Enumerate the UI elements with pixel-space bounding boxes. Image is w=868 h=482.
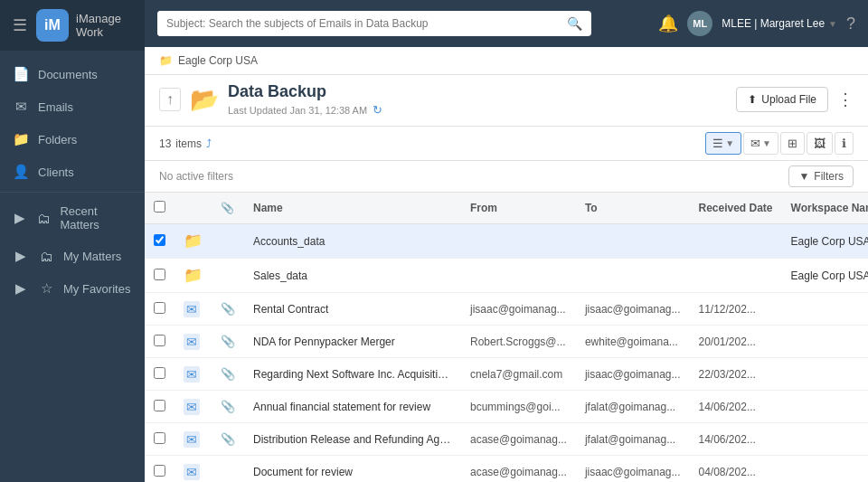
row-date: 04/08/202... xyxy=(690,456,782,483)
row-type-cell: 📁 xyxy=(175,259,212,293)
attachment-icon: 📎 xyxy=(221,367,235,381)
row-checkbox[interactable] xyxy=(154,269,165,280)
row-workspace xyxy=(782,391,868,423)
upload-button[interactable]: ⬆ Upload File xyxy=(736,87,828,112)
table-row: 📁 Accounts_data Eagle Corp USA ⋮ xyxy=(145,224,868,259)
attachment-icon: 📎 xyxy=(221,432,235,446)
row-date: 22/03/202... xyxy=(690,358,782,391)
my-matters-icon: 🗂 xyxy=(38,249,54,264)
row-workspace xyxy=(782,456,868,483)
row-checkbox-cell xyxy=(145,224,175,259)
col-to-header[interactable]: To xyxy=(576,193,690,224)
table-row: ✉ 📎 Annual financial statement for revie… xyxy=(145,391,868,423)
row-workspace: Eagle Corp USA xyxy=(782,224,868,259)
filter-label: Filters xyxy=(814,170,844,183)
row-workspace xyxy=(782,293,868,326)
sidebar-item-clients[interactable]: 👤 Clients xyxy=(0,156,145,188)
topbar: 🔍 🔔 ML MLEE | Margaret Lee ▼ ? xyxy=(145,0,868,47)
my-favorites-expand-icon: ▶ xyxy=(13,280,29,297)
view-list-button[interactable]: ☰ ▼ xyxy=(705,132,741,155)
sidebar-item-label: Emails xyxy=(38,100,73,114)
row-checkbox[interactable] xyxy=(154,234,165,246)
topbar-right: 🔔 ML MLEE | Margaret Lee ▼ ? xyxy=(658,11,855,36)
sidebar-item-label: Clients xyxy=(38,165,74,179)
table-row: ✉ 📎 Distribution Release and Refunding A… xyxy=(145,423,868,456)
row-checkbox[interactable] xyxy=(154,302,165,314)
hamburger-menu[interactable]: ☰ xyxy=(11,14,29,37)
logo-icon: iM xyxy=(36,9,69,42)
user-name: MLEE | Margaret Lee xyxy=(722,17,825,30)
help-icon[interactable]: ? xyxy=(846,14,855,33)
row-checkbox-cell xyxy=(145,293,175,326)
email-icon: ✉ xyxy=(184,464,200,480)
refresh-icon[interactable]: ↻ xyxy=(373,103,382,117)
sidebar-item-folders[interactable]: 📁 Folders xyxy=(0,123,145,156)
email-icon: ✉ xyxy=(184,431,200,448)
row-to: jfalat@goimanag... xyxy=(576,423,690,456)
file-table: 📎 Name From To Received Date Workspace N… xyxy=(145,193,868,482)
row-to: jisaac@goimanag... xyxy=(576,358,690,391)
item-count: 13 items ⤴ xyxy=(159,137,212,150)
sidebar-item-my-matters[interactable]: ▶ 🗂 My Matters xyxy=(0,240,145,272)
filters-button[interactable]: ▼ Filters xyxy=(788,165,854,187)
email-icon: ✉ xyxy=(184,301,200,317)
row-to: ewhite@goimana... xyxy=(576,326,690,358)
row-checkbox[interactable] xyxy=(154,432,165,444)
col-date-header[interactable]: Received Date xyxy=(690,193,782,224)
workspace-header-left: ↑ 📂 Data Backup Last Updated Jan 31, 12:… xyxy=(159,82,382,117)
view-image-button[interactable]: 🖼 xyxy=(807,132,833,155)
sidebar-item-label: Recent Matters xyxy=(60,204,132,232)
view-grid-button[interactable]: ⊞ xyxy=(780,132,805,155)
row-to: jfalat@goimanag... xyxy=(576,391,690,423)
select-all-checkbox[interactable] xyxy=(154,201,165,213)
row-checkbox-cell xyxy=(145,423,175,456)
attachment-icon: 📎 xyxy=(221,400,235,413)
row-workspace xyxy=(782,326,868,358)
search-button[interactable]: 🔍 xyxy=(558,11,591,36)
main-area: 🔍 🔔 ML MLEE | Margaret Lee ▼ ? 📁 Eagle C… xyxy=(145,0,868,482)
row-date: 14/06/202... xyxy=(690,423,782,456)
info-button[interactable]: ℹ xyxy=(835,132,854,155)
sidebar-item-emails[interactable]: ✉ Emails xyxy=(0,90,145,123)
view-email-button[interactable]: ✉ ▼ xyxy=(743,132,778,155)
export-icon[interactable]: ⤴ xyxy=(206,137,212,150)
row-checkbox[interactable] xyxy=(154,335,165,346)
row-checkbox[interactable] xyxy=(154,465,165,477)
attachment-icon: 📎 xyxy=(221,302,235,316)
row-name: Distribution Release and Refunding Agre.… xyxy=(244,423,461,456)
filter-icon: ▼ xyxy=(798,170,809,183)
attachment-icon: 📎 xyxy=(221,335,235,348)
col-from-header[interactable]: From xyxy=(461,193,576,224)
col-workspace-header[interactable]: Workspace Name xyxy=(782,193,868,224)
folder-icon: 📁 xyxy=(184,267,203,284)
sidebar-item-documents[interactable]: 📄 Documents xyxy=(0,58,145,90)
col-type-icon xyxy=(175,193,212,224)
workspace-more-button[interactable]: ⋮ xyxy=(837,90,854,109)
search-input[interactable] xyxy=(157,11,558,36)
workspace-header-right: ⬆ Upload File ⋮ xyxy=(736,87,854,112)
row-attach-cell: 📎 xyxy=(212,423,244,456)
bell-icon[interactable]: 🔔 xyxy=(658,14,678,33)
back-button[interactable]: ↑ xyxy=(159,88,181,111)
row-attach-cell xyxy=(212,224,244,259)
col-name-header[interactable]: Name xyxy=(244,193,461,224)
table-row: ✉ 📎 Regarding Next Software Inc. Acquisi… xyxy=(145,358,868,391)
row-name: NDA for Pennypacker Merger xyxy=(244,326,461,358)
logo-name: iManage xyxy=(76,12,121,25)
row-from: jisaac@goimanag... xyxy=(461,293,576,326)
sidebar-item-my-favorites[interactable]: ▶ ☆ My Favorites xyxy=(0,272,145,305)
user-menu-chevron[interactable]: ▼ xyxy=(828,19,837,29)
sidebar-item-recent-matters[interactable]: ▶ 🗂 Recent Matters xyxy=(0,196,145,240)
workspace-updated: Last Updated Jan 31, 12:38 AM xyxy=(228,105,367,116)
row-name: Regarding Next Software Inc. Acquisition… xyxy=(244,358,461,391)
row-workspace: Eagle Corp USA xyxy=(782,259,868,293)
row-attach-cell: 📎 xyxy=(212,293,244,326)
row-attach-cell: 📎 xyxy=(212,391,244,423)
row-checkbox[interactable] xyxy=(154,367,165,379)
row-to xyxy=(576,259,690,293)
row-checkbox-cell xyxy=(145,391,175,423)
email-icon: ✉ xyxy=(184,399,200,415)
row-attach-cell: 📎 xyxy=(212,326,244,358)
row-workspace xyxy=(782,423,868,456)
row-checkbox[interactable] xyxy=(154,400,165,411)
